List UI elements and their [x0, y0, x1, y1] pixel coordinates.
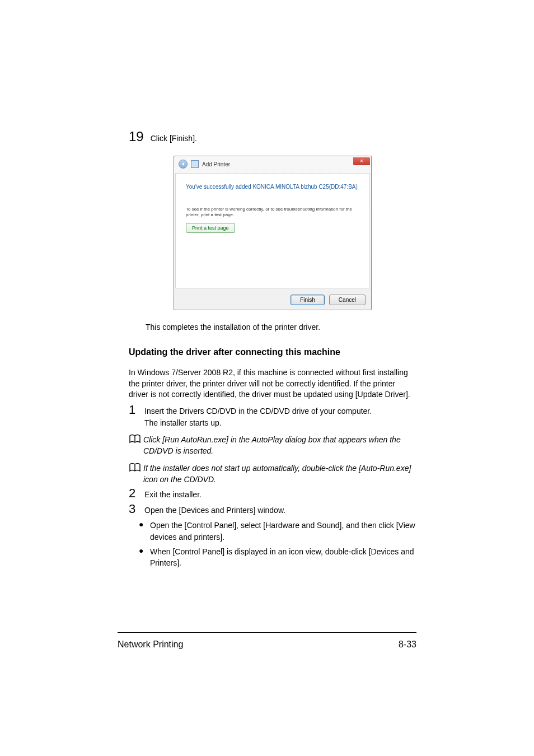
intro-paragraph: In Windows 7/Server 2008 R2, if this mac… — [129, 367, 416, 400]
nav-back-icon[interactable] — [179, 160, 188, 169]
finish-button[interactable]: Finish — [291, 295, 325, 305]
note-text: Click [Run AutoRun.exe] in the AutoPlay … — [143, 434, 416, 457]
dialog-title: Add Printer — [202, 161, 230, 167]
note-2: If the installer does not start up autom… — [129, 463, 416, 486]
bullet-icon: ● — [139, 520, 150, 543]
dialog-footer: Finish Cancel — [174, 290, 371, 310]
section-heading: Updating the driver after connecting thi… — [129, 347, 416, 357]
step-text: Insert the Drivers CD/DVD in the CD/DVD … — [144, 405, 372, 417]
footer-right: 8-33 — [399, 640, 416, 650]
dialog-body: You've successfully added KONICA MINOLTA… — [175, 173, 370, 288]
step-number: 19 — [129, 129, 144, 144]
step-3: 3 Open the [Devices and Printers] window… — [129, 502, 416, 516]
completion-text: This completes the installation of the p… — [146, 323, 416, 332]
step-number: 2 — [129, 486, 144, 501]
note-text: If the installer does not start up autom… — [143, 463, 416, 486]
step-text: Open the [Devices and Printers] window. — [144, 505, 285, 516]
step-text: Exit the installer. — [144, 489, 202, 500]
step-2: 2 Exit the installer. — [129, 486, 416, 501]
bullet-text: Open the [Control Panel], select [Hardwa… — [150, 520, 416, 543]
dialog-titlebar: Add Printer × — [174, 156, 371, 172]
step-19: 19 Click [Finish]. — [129, 129, 416, 144]
printer-icon — [191, 160, 199, 168]
bullet-icon: ● — [139, 546, 150, 569]
print-test-page-button[interactable]: Print a test page — [186, 223, 235, 233]
footer-rule — [118, 632, 416, 633]
bullet-text: When [Control Panel] is displayed in an … — [150, 546, 416, 569]
page-footer: Network Printing 8-33 — [118, 640, 416, 650]
step-1-cont: The installer starts up. — [144, 417, 416, 428]
bullet-1: ● Open the [Control Panel], select [Hard… — [139, 520, 416, 543]
step-number: 3 — [129, 502, 144, 516]
cancel-button[interactable]: Cancel — [329, 295, 366, 305]
dialog-heading: You've successfully added KONICA MINOLTA… — [186, 184, 359, 190]
add-printer-dialog: Add Printer × You've successfully added … — [174, 156, 372, 310]
note-book-icon — [129, 434, 143, 444]
step-number: 1 — [129, 403, 144, 417]
note-1: Click [Run AutoRun.exe] in the AutoPlay … — [129, 434, 416, 457]
bullet-2: ● When [Control Panel] is displayed in a… — [139, 546, 416, 569]
step-1: 1 Insert the Drivers CD/DVD in the CD/DV… — [129, 403, 416, 417]
step-text: Click [Finish]. — [151, 134, 197, 143]
note-book-icon — [129, 463, 143, 473]
close-icon[interactable]: × — [353, 157, 370, 165]
dialog-paragraph: To see if the printer is working correct… — [186, 207, 359, 217]
footer-left: Network Printing — [118, 640, 183, 650]
